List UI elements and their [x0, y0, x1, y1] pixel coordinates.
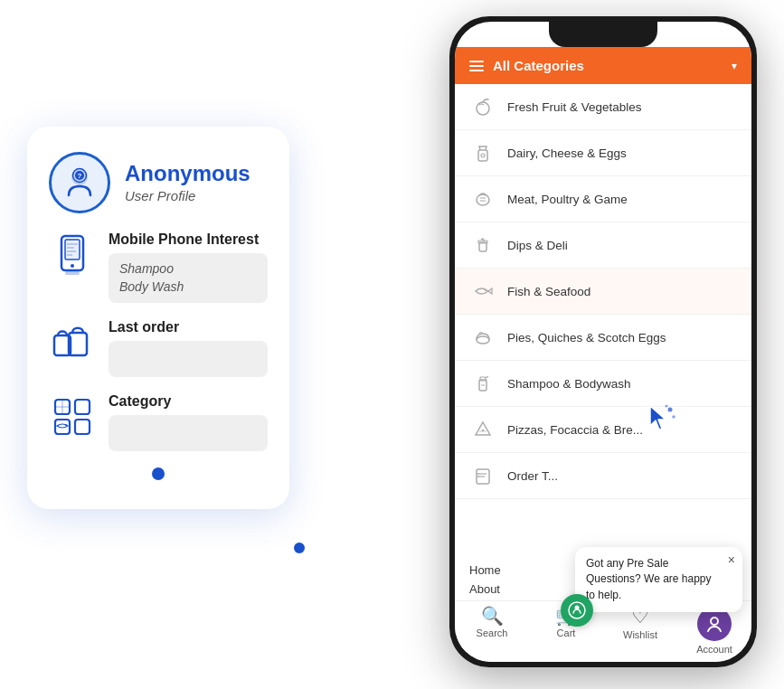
fresh-fruit-icon	[469, 93, 496, 120]
shampoo-icon	[469, 370, 496, 397]
svg-rect-11	[65, 271, 80, 275]
mobile-interest-value: ShampooBody Wash	[109, 253, 268, 303]
phone-notch	[549, 22, 657, 47]
fish-icon	[469, 278, 496, 305]
chat-avatar	[561, 594, 593, 627]
svg-point-41	[477, 473, 479, 475]
phone-inner: All Categories ▾ Fresh Fruit & Vegetable…	[455, 22, 751, 662]
dips-label: Dips & Deli	[507, 239, 737, 252]
profile-text: Anonymous User Profile	[125, 162, 250, 203]
category-header-title: All Categories	[493, 58, 724, 73]
svg-rect-16	[55, 420, 70, 434]
meat-label: Meat, Poultry & Game	[507, 193, 737, 206]
svg-point-6	[71, 264, 74, 268]
dips-icon	[469, 231, 496, 259]
svg-rect-17	[75, 420, 90, 434]
list-item[interactable]: Fish & Seafood	[455, 269, 751, 315]
card-dot	[152, 467, 165, 480]
cursor-pointer-icon	[645, 402, 677, 439]
profile-card: ? Anonymous User Profile	[27, 127, 289, 509]
dairy-label: Dairy, Cheese & Eggs	[507, 146, 737, 160]
dairy-icon	[469, 139, 496, 166]
svg-text:?: ?	[78, 172, 82, 180]
svg-point-46	[668, 408, 673, 412]
category-label: Category	[109, 393, 268, 410]
list-item[interactable]: Meat, Poultry & Game	[455, 176, 751, 222]
nav-account[interactable]: Account	[677, 607, 751, 655]
list-item[interactable]: Order T...	[455, 453, 751, 499]
shampoo-label: Shampoo & Bodywash	[507, 377, 737, 391]
mobile-interest-content: Mobile Phone Interest ShampooBody Wash	[109, 231, 268, 303]
svg-point-32	[477, 336, 489, 344]
category-header-bar: All Categories ▾	[455, 47, 751, 84]
nav-wishlist-label: Wishlist	[623, 629, 657, 640]
list-item[interactable]: Shampoo & Bodywash	[455, 361, 751, 407]
profile-subtitle: User Profile	[125, 188, 250, 203]
pizza-icon	[469, 416, 496, 443]
profile-name: Anonymous	[125, 162, 250, 185]
svg-rect-22	[478, 150, 487, 161]
phone-frame: All Categories ▾ Fresh Fruit & Vegetable…	[449, 16, 757, 667]
last-order-section: Last order	[49, 319, 268, 377]
svg-point-24	[477, 194, 489, 205]
nav-wishlist[interactable]: ♡ Wishlist	[603, 607, 677, 655]
search-icon: 🔍	[481, 607, 504, 625]
connector-dot	[294, 543, 305, 553]
profile-header: ? Anonymous User Profile	[49, 152, 268, 213]
order-icon	[469, 462, 496, 489]
list-item[interactable]: Dairy, Cheese & Eggs	[455, 130, 751, 176]
hamburger-icon[interactable]	[469, 61, 484, 71]
nav-search-label: Search	[477, 628, 508, 638]
pies-icon	[469, 324, 496, 351]
list-item[interactable]: Pies, Quiches & Scotch Eggs	[455, 315, 751, 361]
nav-cart-label: Cart	[557, 628, 576, 638]
mobile-icon	[49, 231, 96, 278]
category-value	[109, 415, 268, 451]
last-order-label: Last order	[109, 319, 268, 335]
svg-rect-15	[75, 400, 90, 414]
list-item[interactable]: Pizzas, Focaccia & Bre...	[455, 407, 751, 453]
nav-search[interactable]: 🔍 Search	[455, 607, 529, 655]
nav-account-label: Account	[696, 644, 732, 655]
svg-rect-5	[65, 240, 80, 260]
order-label: Order T...	[507, 469, 737, 483]
category-content: Category	[109, 393, 268, 451]
category-section: Category	[49, 393, 268, 451]
mobile-interest-section: Mobile Phone Interest ShampooBody Wash	[49, 231, 268, 303]
chat-bubble: × Got any Pre Sale Questions? We are hap…	[575, 547, 742, 612]
svg-point-37	[482, 429, 484, 431]
svg-point-44	[569, 602, 585, 618]
pizza-label: Pizzas, Focaccia & Bre...	[507, 423, 737, 437]
chat-close-button[interactable]: ×	[728, 552, 735, 567]
last-order-value	[109, 341, 268, 377]
svg-point-31	[485, 289, 486, 291]
avatar: ?	[49, 152, 110, 213]
chevron-down-icon: ▾	[732, 60, 737, 72]
meat-icon	[469, 185, 496, 212]
category-list: Fresh Fruit & Vegetables Dairy, Cheese &…	[455, 84, 751, 555]
chat-message-text: Got any Pre Sale Questions? We are happy…	[586, 556, 732, 603]
mobile-interest-label: Mobile Phone Interest	[109, 231, 268, 248]
list-item[interactable]: Fresh Fruit & Vegetables	[455, 84, 751, 130]
svg-point-47	[672, 415, 675, 419]
svg-point-42	[477, 476, 479, 477]
pies-label: Pies, Quiches & Scotch Eggs	[507, 331, 737, 344]
category-icon	[49, 393, 96, 440]
svg-point-43	[711, 618, 718, 625]
svg-point-18	[65, 424, 67, 426]
bag-icon	[49, 319, 96, 366]
list-item[interactable]: Dips & Deli	[455, 222, 751, 269]
svg-point-23	[481, 154, 485, 157]
svg-point-48	[666, 405, 668, 408]
fresh-fruit-label: Fresh Fruit & Vegetables	[507, 100, 737, 114]
fish-label: Fish & Seafood	[507, 285, 737, 298]
svg-point-45	[575, 606, 580, 610]
last-order-content: Last order	[109, 319, 268, 377]
